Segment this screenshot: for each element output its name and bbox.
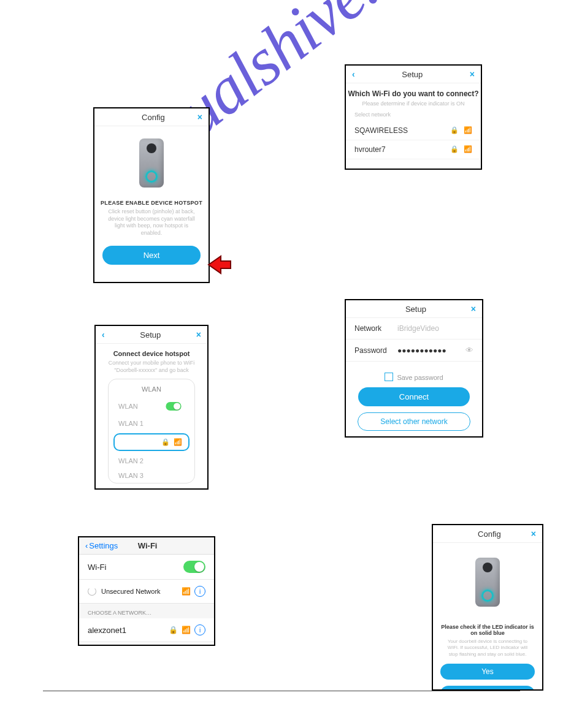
network-row[interactable]: Cisco5G i [79, 642, 214, 646]
wlan-card: WLAN WLAN WLAN 1 WLAN 2 WLAN 3 [108, 379, 195, 483]
page-divider [43, 691, 520, 691]
screenB-note: Please determine if device indicator is … [346, 100, 481, 108]
wifi-icon [174, 438, 182, 446]
screenB-question: Which Wi-Fi do you want to connect? [346, 89, 481, 98]
network-name: hvrouter7 [354, 145, 386, 154]
screen-config-hotspot: Config × PLEASE ENABLE DEVICE HOTSPOT Cl… [93, 107, 210, 283]
arrow-icon [202, 252, 233, 277]
network-field: Network iBridgeVideo [346, 318, 482, 339]
choose-network-label: CHOOSE A NETWORK… [79, 604, 214, 618]
checkbox-icon [385, 373, 393, 381]
eye-icon[interactable]: 👁 [465, 346, 473, 355]
select-other-button[interactable]: Select other network [358, 412, 470, 431]
network-row[interactable]: hvrouter7 [346, 140, 481, 159]
network-row[interactable]: alexzonet1 i [79, 618, 214, 642]
lock-icon [161, 438, 170, 446]
screen-connect-hotspot: ‹ Setup × Connect device hotspot Connect… [94, 325, 209, 490]
screen-ios-wifi: ‹ Settings Wi-Fi Wi-Fi Unsecured Network… [78, 536, 215, 646]
network-label: Network [354, 324, 397, 333]
add-again-button[interactable]: Add Again [440, 686, 534, 691]
settings-back-button[interactable]: ‹ Settings [85, 541, 118, 550]
save-password-checkbox[interactable]: Save password [346, 373, 482, 381]
close-icon[interactable]: × [470, 69, 475, 79]
screen-password: Setup × Network iBridgeVideo Password ●●… [345, 299, 483, 438]
wlan-card-title: WLAN [109, 379, 194, 396]
lock-icon [450, 126, 459, 134]
svg-marker-0 [209, 256, 231, 273]
wifi-toggle[interactable] [183, 561, 205, 573]
lock-icon [450, 145, 459, 153]
settings-back-label: Settings [89, 541, 118, 550]
screen-wifi-select: ‹ Setup × Which Wi-Fi do you want to con… [345, 64, 482, 170]
wlan-toggle[interactable] [166, 402, 181, 411]
device-illustration [133, 138, 170, 194]
wifi-icon [182, 626, 191, 634]
wlan-row-label: WLAN 2 [118, 457, 144, 464]
screenF-note: Your doorbell device is connecting to Wi… [433, 639, 542, 658]
network-name: alexzonet1 [88, 626, 126, 635]
screenB-section-label: Select network [346, 108, 481, 121]
password-label: Password [354, 346, 397, 355]
wifi-icon [182, 587, 191, 596]
lock-icon [169, 626, 178, 634]
network-name: SQAWIRELESS [354, 126, 408, 135]
close-icon[interactable]: × [531, 529, 536, 539]
screenC-note: Connect your mobile phone to WiFi "Doorb… [96, 360, 207, 374]
wifi-label: Wi-Fi [88, 563, 106, 572]
wlan-label: WLAN [118, 403, 138, 410]
password-value: ●●●●●●●●●●● [397, 346, 465, 355]
device-illustration [469, 558, 506, 613]
wlan-row-label: WLAN 1 [118, 420, 144, 427]
info-icon[interactable]: i [194, 624, 205, 635]
network-value: iBridgeVideo [397, 324, 473, 333]
close-icon[interactable]: × [197, 112, 202, 122]
screenF-title: Config [448, 529, 531, 539]
screenF-heading: Please check if the LED indicator is on … [433, 624, 542, 636]
wlan-selected-row[interactable] [113, 433, 190, 451]
screenC-title: Setup [105, 330, 196, 339]
screenC-heading: Connect device hotspot [96, 350, 207, 357]
screenB-title: Setup [355, 70, 470, 79]
next-button[interactable]: Next [102, 246, 201, 265]
close-icon[interactable]: × [196, 330, 201, 339]
screenE-title: Wi-Fi [118, 541, 177, 550]
info-icon[interactable]: i [194, 586, 205, 597]
wifi-toggle-cell[interactable]: Wi-Fi [79, 555, 214, 580]
screenA-heading: PLEASE ENABLE DEVICE HOTSPOT [94, 200, 209, 206]
screenA-note: Click reset button (pinhole) at back, de… [94, 208, 209, 237]
wifi-icon [464, 126, 472, 134]
screenD-title: Setup [361, 305, 471, 314]
wifi-icon [464, 145, 472, 153]
screen-config-led: Config × Please check if the LED indicat… [432, 524, 543, 691]
screenA-title: Config [109, 113, 197, 122]
chevron-left-icon: ‹ [85, 541, 88, 550]
connected-network-cell[interactable]: Unsecured Network i [79, 580, 214, 604]
password-field[interactable]: Password ●●●●●●●●●●● 👁 [346, 339, 482, 362]
network-row[interactable]: SQAWIRELESS [346, 121, 481, 140]
spinner-icon [88, 587, 96, 596]
wlan-row-label: WLAN 3 [118, 472, 144, 479]
connect-button[interactable]: Connect [358, 387, 470, 406]
close-icon[interactable]: × [471, 304, 476, 314]
yes-button[interactable]: Yes [440, 664, 534, 680]
unsecured-label: Unsecured Network [101, 588, 161, 595]
